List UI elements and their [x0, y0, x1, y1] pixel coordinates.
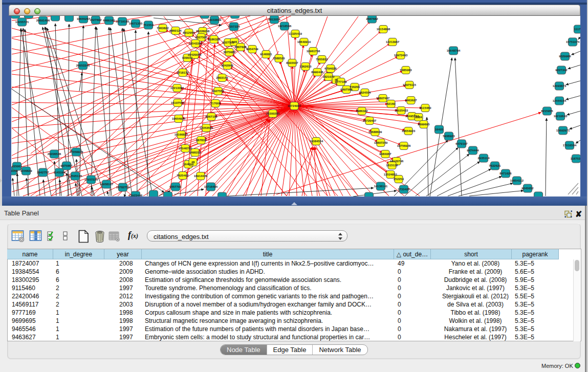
svg-text:14055721: 14055721 — [15, 20, 29, 24]
svg-text:16154808: 16154808 — [377, 28, 390, 31]
svg-text:10654112: 10654112 — [510, 179, 524, 182]
svg-text:1187534: 1187534 — [570, 157, 580, 160]
svg-text:2803144: 2803144 — [216, 76, 228, 79]
svg-text:887833: 887833 — [196, 139, 207, 142]
svg-text:19654923: 19654923 — [402, 129, 416, 133]
svg-text:25226058: 25226058 — [196, 30, 210, 33]
svg-text:11325419: 11325419 — [289, 32, 302, 35]
svg-text:2718170: 2718170 — [177, 71, 189, 74]
svg-text:9975867: 9975867 — [60, 164, 73, 167]
svg-text:546: 546 — [232, 40, 237, 43]
svg-text:19654935: 19654935 — [172, 117, 186, 120]
svg-text:8215955: 8215955 — [541, 110, 553, 113]
svg-text:25300205: 25300205 — [266, 112, 280, 115]
svg-text:2867608: 2867608 — [234, 46, 247, 49]
svg-text:16033809: 16033809 — [208, 18, 222, 21]
svg-text:16405: 16405 — [435, 128, 444, 131]
svg-text:48: 48 — [191, 161, 195, 164]
svg-text:7632621: 7632621 — [489, 164, 501, 167]
svg-text:17046766: 17046766 — [179, 147, 192, 150]
svg-text:9242848: 9242848 — [221, 64, 233, 67]
svg-text:15720407: 15720407 — [363, 119, 377, 122]
svg-text:16120746: 16120746 — [390, 160, 404, 163]
svg-text:17957225: 17957225 — [84, 178, 98, 181]
svg-text:16648784: 16648784 — [447, 49, 461, 52]
svg-text:751552: 751552 — [143, 24, 154, 27]
svg-text:17016504: 17016504 — [563, 144, 577, 147]
svg-text:939012: 939012 — [182, 56, 193, 59]
svg-text:10025433: 10025433 — [395, 109, 408, 112]
svg-text:6479197: 6479197 — [455, 142, 468, 145]
svg-text:12505135: 12505135 — [69, 174, 82, 178]
svg-text:62160: 62160 — [387, 102, 396, 105]
svg-text:7485063: 7485063 — [400, 69, 412, 72]
svg-text:9860124: 9860124 — [169, 29, 182, 32]
svg-text:10688609: 10688609 — [368, 130, 382, 134]
svg-text:8984: 8984 — [415, 116, 422, 119]
svg-text:16671355: 16671355 — [129, 22, 143, 25]
svg-text:9227342: 9227342 — [555, 69, 568, 72]
svg-text:8471626: 8471626 — [499, 172, 512, 175]
svg-text:18640910: 18640910 — [297, 40, 311, 43]
svg-text:252254: 252254 — [394, 178, 404, 181]
svg-text:1527602: 1527602 — [90, 18, 102, 21]
svg-text:10719185: 10719185 — [116, 20, 129, 23]
svg-text:16210643: 16210643 — [554, 115, 568, 118]
svg-text:11174: 11174 — [574, 28, 580, 31]
svg-text:9327500: 9327500 — [195, 36, 207, 39]
svg-text:939159: 939159 — [11, 169, 18, 172]
svg-text:9084067: 9084067 — [379, 152, 391, 156]
svg-text:19384554: 19384554 — [310, 140, 323, 143]
svg-text:15716485: 15716485 — [204, 185, 218, 188]
svg-text:9699695: 9699695 — [418, 123, 430, 126]
svg-text:20206536: 20206536 — [48, 152, 61, 156]
svg-text:16914479: 16914479 — [194, 174, 208, 178]
svg-text:16543382: 16543382 — [189, 42, 203, 45]
svg-text:435061: 435061 — [12, 165, 23, 168]
svg-text:746266: 746266 — [350, 85, 360, 89]
svg-text:10973493: 10973493 — [394, 54, 408, 57]
svg-text:2942757: 2942757 — [37, 171, 49, 174]
svg-text:12923446: 12923446 — [129, 194, 143, 197]
svg-text:10807487: 10807487 — [376, 97, 390, 100]
svg-text:20053346: 20053346 — [76, 64, 90, 67]
svg-text:13524851: 13524851 — [384, 173, 398, 176]
svg-text:1362615: 1362615 — [299, 65, 312, 68]
svg-text:1588520: 1588520 — [273, 57, 285, 60]
svg-text:8427552: 8427552 — [212, 90, 224, 93]
svg-text:8322037: 8322037 — [286, 61, 298, 64]
svg-text:12975115: 12975115 — [403, 83, 417, 86]
svg-text:14136141: 14136141 — [374, 185, 388, 188]
svg-text:3675685: 3675685 — [223, 51, 235, 54]
svg-text:12093873: 12093873 — [553, 84, 567, 87]
svg-text:9146821: 9146821 — [260, 53, 272, 56]
svg-text:16782759: 16782759 — [116, 186, 130, 189]
svg-text:18807249: 18807249 — [374, 141, 388, 144]
svg-text:8267150: 8267150 — [205, 115, 217, 118]
svg-text:7463822: 7463822 — [157, 27, 169, 30]
svg-text:19756928: 19756928 — [397, 144, 411, 147]
svg-text:9329966: 9329966 — [559, 55, 571, 58]
svg-text:9777169: 9777169 — [335, 80, 347, 83]
svg-text:1145194: 1145194 — [53, 171, 66, 174]
svg-text:22420046: 22420046 — [188, 53, 202, 56]
svg-text:12444154: 12444154 — [553, 99, 567, 102]
svg-text:12213967: 12213967 — [386, 40, 400, 43]
svg-text:8454749: 8454749 — [246, 48, 258, 51]
svg-text:8186328: 8186328 — [208, 38, 220, 41]
svg-text:19218506: 19218506 — [278, 25, 292, 28]
svg-text:6794028: 6794028 — [324, 67, 337, 70]
svg-text:7955812: 7955812 — [316, 58, 328, 61]
svg-text:7625402: 7625402 — [177, 174, 189, 177]
svg-text:19166827: 19166827 — [175, 133, 188, 136]
svg-text:717006: 717006 — [210, 102, 221, 105]
svg-text:10958107: 10958107 — [100, 183, 114, 186]
svg-text:9115460: 9115460 — [419, 106, 431, 110]
svg-text:7357224: 7357224 — [228, 25, 240, 28]
svg-text:15692971: 15692971 — [556, 129, 570, 132]
svg-text:17359924: 17359924 — [70, 150, 83, 154]
svg-text:12213363: 12213363 — [170, 86, 184, 90]
svg-text:5938923: 5938923 — [443, 135, 455, 138]
svg-text:8990448: 8990448 — [311, 71, 323, 74]
svg-text:16107553: 16107553 — [171, 101, 185, 104]
